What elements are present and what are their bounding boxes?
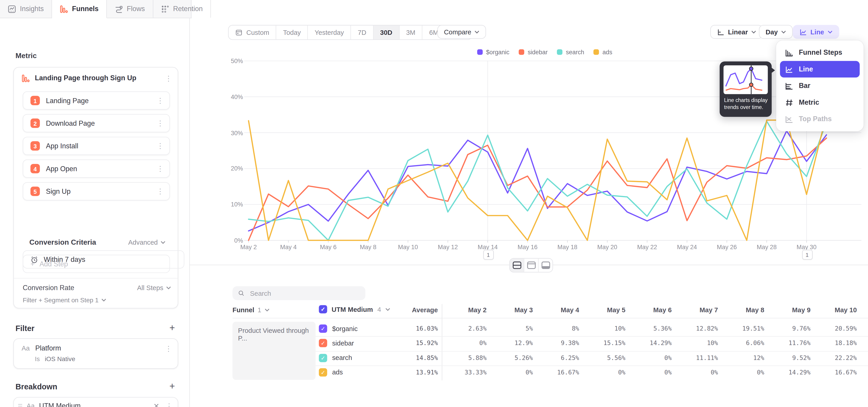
x-axis-tick: May 24 bbox=[669, 244, 705, 250]
add-breakdown-button[interactable]: + bbox=[169, 381, 175, 392]
table-cell: 6.25% bbox=[535, 354, 579, 361]
select-all-checkbox[interactable]: ✓ bbox=[319, 305, 327, 313]
date-column-header: May 5 bbox=[587, 306, 625, 314]
funnel-step-2[interactable]: 2Download Page⋮ bbox=[23, 114, 170, 132]
step-kebab-icon[interactable]: ⋮ bbox=[157, 165, 164, 172]
alarm-clock-icon bbox=[31, 255, 38, 263]
funnel-step-4[interactable]: 4App Open⋮ bbox=[23, 159, 170, 178]
breakdown-card[interactable]: ☰ Aa UTM Medium ✕ ⋮ bbox=[13, 397, 178, 407]
filter-operator[interactable]: Is bbox=[35, 355, 40, 362]
tab-insights[interactable]: Insights bbox=[0, 0, 52, 18]
table-cell: 5% bbox=[489, 325, 533, 333]
breakdown-col-label: UTM Medium bbox=[332, 306, 373, 313]
row-separator bbox=[315, 351, 868, 351]
chart-type-tooltip: Line charts display trends over time. bbox=[720, 62, 772, 117]
funnels-icon bbox=[60, 5, 68, 13]
search-input[interactable] bbox=[249, 289, 360, 298]
x-axis-tick: May 26 bbox=[709, 244, 745, 250]
step-kebab-icon[interactable]: ⋮ bbox=[157, 120, 164, 127]
line-chart[interactable] bbox=[190, 0, 868, 265]
date-column-header: May 8 bbox=[725, 306, 764, 314]
row-name: sidebar bbox=[332, 339, 354, 347]
filter-card[interactable]: Aa Platform ⋮ Is iOS Native bbox=[13, 338, 178, 369]
step-label: App Open bbox=[46, 165, 151, 173]
row-checkbox[interactable]: ✓ bbox=[319, 324, 327, 333]
table-cell: 33.33% bbox=[442, 369, 487, 376]
table-cell: 20.59% bbox=[813, 325, 857, 333]
step-label: Landing Page bbox=[46, 97, 151, 104]
row-checkbox[interactable]: ✓ bbox=[319, 339, 327, 347]
table-header: Funnel 1 ✓ UTM Medium 4 Average May 2May… bbox=[190, 304, 868, 318]
step-kebab-icon[interactable]: ⋮ bbox=[157, 142, 164, 150]
menu-item-top-paths[interactable]: Top Paths bbox=[780, 111, 860, 127]
step-number-badge: 4 bbox=[31, 164, 40, 174]
tab-flows[interactable]: Flows bbox=[107, 0, 153, 18]
step-number-badge: 2 bbox=[31, 119, 40, 128]
conversion-window-label: Within 7 days bbox=[43, 255, 85, 263]
chart-type-menu: Funnel Steps Line Bar Metric Top Paths bbox=[776, 40, 864, 131]
y-axis-tick: 0% bbox=[194, 237, 243, 244]
table-cell: 10% bbox=[581, 325, 625, 333]
table-cell: 19.51% bbox=[720, 325, 764, 333]
remove-breakdown-icon[interactable]: ✕ bbox=[152, 402, 161, 407]
tab-insights-label: Insights bbox=[20, 5, 44, 13]
query-sidebar: Metric Landing Page through Sign Up ⋮ 1L… bbox=[0, 18, 190, 407]
table-cell: 5.36% bbox=[627, 325, 672, 333]
breakdown-column-header[interactable]: ✓ UTM Medium 4 bbox=[319, 305, 391, 313]
x-axis-tick: May 6 bbox=[311, 244, 346, 250]
x-axis-tick: May 4 bbox=[271, 244, 306, 250]
advanced-dropdown[interactable]: Advanced bbox=[128, 238, 165, 246]
row-checkbox[interactable]: ✓ bbox=[319, 354, 327, 362]
funnel-column-header[interactable]: Funnel 1 bbox=[232, 306, 270, 314]
x-axis-tick: May 18 bbox=[550, 244, 585, 250]
table-cell: 14.29% bbox=[627, 340, 672, 347]
funnel-step-5[interactable]: 5Sign Up⋮ bbox=[23, 182, 170, 200]
menu-item-funnel-steps[interactable]: Funnel Steps bbox=[780, 44, 860, 61]
metric-title: Landing Page through Sign Up bbox=[35, 74, 160, 82]
x-axis-tick: May 22 bbox=[629, 244, 665, 250]
menu-item-label: Funnel Steps bbox=[799, 49, 842, 57]
annotation-marker[interactable]: 1 bbox=[802, 250, 812, 259]
table-only-view-button[interactable] bbox=[538, 259, 553, 272]
funnel-col-label: Funnel bbox=[232, 306, 254, 314]
table-row-label-sidebar: ✓sidebar bbox=[319, 339, 354, 347]
metric-card: Landing Page through Sign Up ⋮ 1Landing … bbox=[13, 67, 178, 308]
funnel-col-count: 1 bbox=[258, 306, 261, 314]
funnel-step-1[interactable]: 1Landing Page⋮ bbox=[23, 91, 170, 109]
date-column-header: May 10 bbox=[818, 306, 857, 314]
drag-handle-icon[interactable]: ☰ bbox=[18, 403, 22, 407]
annotation-marker[interactable]: 1 bbox=[483, 250, 494, 259]
chart-only-view-button[interactable] bbox=[524, 259, 538, 272]
funnel-group-cell[interactable]: Product Viewed through P... bbox=[232, 322, 315, 380]
filter-kebab-icon[interactable]: ⋮ bbox=[165, 345, 172, 352]
menu-item-metric[interactable]: Metric bbox=[780, 94, 860, 111]
date-column-header: May 9 bbox=[772, 306, 810, 314]
tab-funnels[interactable]: Funnels bbox=[52, 0, 107, 18]
step-kebab-icon[interactable]: ⋮ bbox=[157, 188, 164, 195]
date-column-header: May 2 bbox=[448, 306, 487, 314]
table-cell: 0% bbox=[720, 369, 764, 376]
menu-item-label: Top Paths bbox=[799, 115, 832, 123]
filter-value[interactable]: iOS Native bbox=[45, 355, 75, 362]
row-name: $organic bbox=[332, 325, 358, 333]
average-column-header: Average bbox=[394, 306, 438, 314]
split-view-button[interactable] bbox=[510, 259, 524, 272]
table-cell: 5.26% bbox=[489, 354, 533, 361]
all-steps-dropdown[interactable]: All Steps bbox=[137, 284, 171, 292]
metric-kebab-icon[interactable]: ⋮ bbox=[165, 74, 172, 82]
step-kebab-icon[interactable]: ⋮ bbox=[157, 97, 164, 104]
row-name: search bbox=[332, 354, 352, 362]
breakdown-kebab-icon[interactable]: ⋮ bbox=[165, 402, 173, 407]
add-filter-button[interactable]: + bbox=[169, 323, 175, 334]
menu-item-line[interactable]: Line bbox=[780, 61, 860, 77]
row-separator bbox=[315, 336, 868, 337]
filter-property: Platform bbox=[35, 344, 159, 352]
row-checkbox[interactable]: ✓ bbox=[319, 368, 327, 376]
filter-segment-dropdown[interactable]: Filter + Segment on Step 1 bbox=[23, 297, 106, 304]
table-cell: 5.88% bbox=[442, 354, 487, 361]
funnel-step-3[interactable]: 3App Install⋮ bbox=[23, 137, 170, 155]
step-number-badge: 1 bbox=[31, 96, 40, 105]
menu-item-bar[interactable]: Bar bbox=[780, 77, 860, 94]
top-paths-icon bbox=[785, 115, 794, 123]
conversion-window-button[interactable]: Within 7 days bbox=[23, 250, 184, 269]
